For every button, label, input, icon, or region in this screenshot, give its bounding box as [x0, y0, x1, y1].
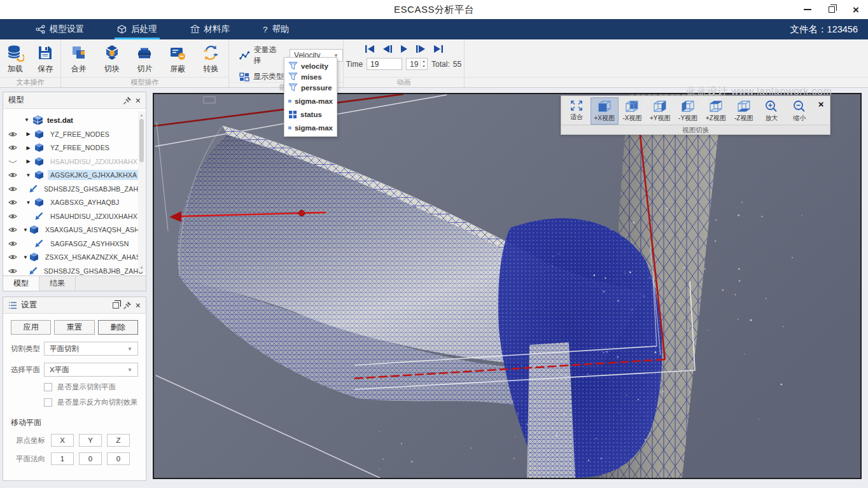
close-button[interactable]: × [849, 3, 863, 17]
menu-item-material-library[interactable]: 材料库 [174, 19, 247, 39]
slice-button[interactable]: 切片 [129, 44, 160, 74]
scroll-down-icon[interactable]: ▼ [140, 264, 144, 272]
eye-closed-icon[interactable] [8, 158, 18, 165]
dropdown-option-sigma-max-2[interactable]: sigma-max [284, 122, 337, 134]
dropdown-option-mises[interactable]: mises [284, 71, 337, 82]
select-plane-select[interactable]: X平面 ▼ [44, 363, 138, 377]
normal-y-input[interactable] [79, 452, 102, 465]
display-type-label[interactable]: 显示类型 [253, 71, 284, 82]
previous-frame-button[interactable] [382, 45, 393, 53]
pin-button[interactable] [123, 96, 132, 105]
menu-item-help[interactable]: ? 帮助 [246, 19, 306, 39]
eye-icon[interactable] [8, 241, 18, 247]
view-plus-z-button[interactable]: +Z视图 [702, 97, 730, 125]
expander-icon[interactable]: ▼ [24, 117, 32, 123]
load-button[interactable]: 加载 [0, 44, 31, 74]
eye-icon[interactable] [8, 144, 18, 151]
view-fit-button[interactable]: 适合 [563, 97, 591, 125]
scroll-up-icon[interactable]: ▲ [140, 111, 144, 119]
dropdown-option-velocity[interactable]: velocity [284, 60, 337, 71]
cut-type-select[interactable]: 平面切割 ▼ [44, 342, 138, 356]
tree-item-label[interactable]: HSAUHDISU_JZXIUXHAHX [48, 157, 140, 167]
spinner-up-icon[interactable]: ▲ [422, 59, 425, 64]
expander-icon[interactable]: ▶ [24, 145, 32, 151]
tree-item[interactable]: SDHSBJZS_GHSABJHB_ZAHU [3, 182, 146, 196]
tree-item-selected[interactable]: ▼ AGSGKJKG_GJHXAJKHXA [3, 169, 146, 183]
normal-z-input[interactable] [107, 452, 130, 465]
view-plus-x-button[interactable]: +X视图 [591, 97, 619, 125]
menu-item-post-processing[interactable]: 后处理 [101, 19, 174, 39]
tree-scrollbar[interactable]: ▲ ▼ [138, 111, 145, 272]
eye-icon[interactable] [8, 131, 18, 137]
dropdown-option-perssure[interactable]: perssure [284, 82, 337, 93]
eye-icon[interactable] [8, 199, 18, 206]
eye-icon[interactable] [8, 213, 18, 220]
scrollbar-thumb[interactable] [139, 119, 144, 162]
view-minus-y-button[interactable]: -Y视图 [674, 97, 702, 125]
tree-root[interactable]: ▼ test.dat [3, 113, 146, 127]
tree-item-label[interactable]: SDHSBJZS_GHSABJHB_ZAHU [41, 266, 146, 275]
viewport-3d[interactable] [153, 93, 862, 479]
origin-z-input[interactable] [107, 434, 130, 447]
tree-item[interactable]: ▼ XSAXGAUS_AISYAQSH_ASHX [3, 223, 146, 237]
play-button[interactable] [400, 45, 408, 53]
expander-icon[interactable]: ▼ [24, 172, 32, 178]
minimize-button[interactable] [801, 3, 815, 17]
last-frame-button[interactable] [433, 45, 444, 53]
tree-item-label[interactable]: HSAUHDISU_JZXIUXHAHX [48, 211, 140, 221]
expander-icon[interactable]: ▶ [24, 158, 32, 164]
zoom-out-button[interactable]: 缩小 [785, 97, 813, 125]
tree-item-label[interactable]: XSAXGAUS_AISYAQSH_ASHX [43, 225, 146, 235]
eye-icon[interactable] [8, 254, 17, 260]
expander-icon[interactable]: ▼ [23, 254, 28, 260]
checkbox[interactable] [44, 383, 52, 391]
tree-item-label[interactable]: SDHSBJZS_GHSABJHB_ZAHU [41, 184, 146, 194]
apply-button[interactable]: 应用 [11, 320, 51, 335]
view-minus-x-button[interactable]: -X视图 [619, 97, 647, 125]
tree-item[interactable]: HSAUHDISU_JZXIUXHAHX [3, 209, 146, 223]
pin-button[interactable] [123, 301, 132, 310]
dropdown-option-sigma-max[interactable]: sigma-max [284, 95, 337, 107]
tab-model[interactable]: 模型 [3, 276, 39, 291]
tree-root-label[interactable]: test.dat [47, 116, 73, 124]
tree-item[interactable]: ▶ YZ_FREE_NODES [3, 141, 146, 155]
tree-item[interactable]: ▼ ZSXGX_HSAKAZNZXK_AHASX [3, 251, 146, 265]
origin-x-input[interactable] [51, 434, 74, 447]
tree-item-label[interactable]: ZSXGX_HSAKAZNZXK_AHASX [43, 252, 146, 262]
origin-y-input[interactable] [79, 434, 102, 447]
tab-results[interactable]: 结果 [39, 276, 76, 291]
eye-icon[interactable] [8, 172, 18, 178]
tree-item-label[interactable]: YZ_FREE_NODES [48, 129, 112, 139]
view-minus-z-button[interactable]: -Z视图 [730, 97, 758, 125]
tree-item[interactable]: ▶ HSAUHDISU_JZXIUXHAHX [3, 155, 146, 169]
settings-panel-close-button[interactable]: × [136, 301, 141, 310]
spinner-down-icon[interactable]: ▼ [422, 64, 425, 69]
eye-icon[interactable] [8, 268, 17, 274]
frame-spinner[interactable]: 19 ▲ ▼ [406, 58, 428, 70]
restore-button[interactable] [825, 3, 839, 17]
view-toolbar-close-button[interactable]: × [813, 97, 829, 125]
model-panel-close-button[interactable]: × [136, 96, 141, 105]
menu-item-model-settings[interactable]: 模型设置 [19, 19, 101, 39]
checkbox[interactable] [44, 398, 52, 407]
show-reverse-cut-checkbox-row[interactable]: 是否显示反方向切割效果 [44, 398, 141, 407]
normal-x-input[interactable] [51, 452, 74, 465]
restore-panel-button[interactable] [113, 302, 119, 309]
tree-item-label[interactable]: XAGBSXG_AYHAQBJ [48, 197, 122, 207]
tree-item-label[interactable]: AGSGKJKG_GJHXAJKHXA [48, 170, 139, 180]
convert-button[interactable]: 转换 [195, 44, 226, 74]
delete-button[interactable]: 删除 [98, 320, 138, 335]
time-input[interactable] [367, 58, 402, 70]
show-cut-plane-checkbox-row[interactable]: 是否显示切割平面 [44, 382, 141, 392]
dropdown-option-status[interactable]: status [284, 109, 337, 120]
expander-icon[interactable]: ▼ [23, 227, 28, 233]
tree-item[interactable]: ▶ YZ_FREE_NODES [3, 127, 146, 141]
tree-item-label[interactable]: SAGFASGZ_ASYHHXSN [48, 239, 132, 249]
tree-item[interactable]: SDHSBJZS_GHSABJHB_ZAHU [3, 264, 146, 275]
mask-button[interactable]: 屏蔽 [162, 44, 193, 74]
expander-icon[interactable]: ▼ [24, 200, 32, 206]
eye-icon[interactable] [8, 186, 17, 192]
reset-button[interactable]: 重置 [54, 320, 94, 335]
eye-icon[interactable] [8, 227, 17, 233]
next-frame-button[interactable] [416, 45, 426, 53]
